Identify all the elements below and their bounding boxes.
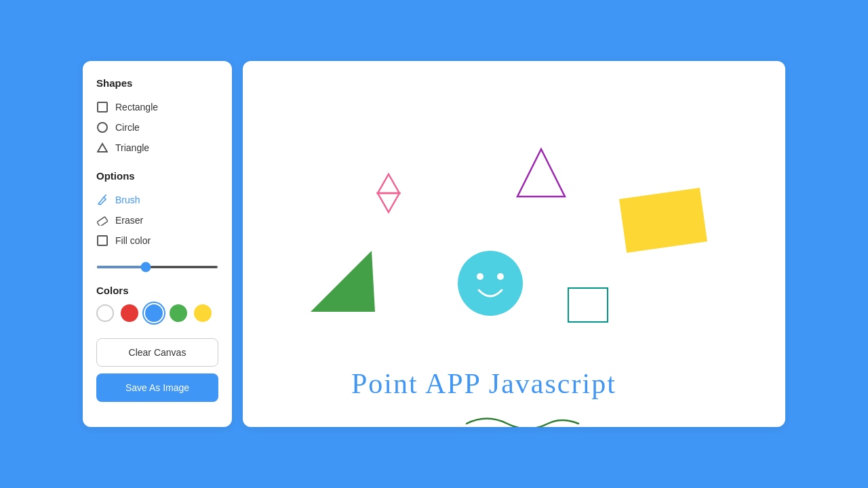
save-as-image-button[interactable]: Save As Image — [96, 373, 218, 402]
svg-marker-0 — [98, 144, 107, 152]
shape-rectangle[interactable]: Rectangle — [96, 97, 218, 117]
svg-point-9 — [458, 251, 523, 316]
option-brush[interactable]: Brush — [96, 190, 218, 210]
brush-size-slider[interactable] — [96, 266, 218, 268]
triangle-label: Triangle — [115, 142, 149, 153]
color-blue[interactable] — [145, 304, 163, 322]
clear-canvas-button[interactable]: Clear Canvas — [96, 338, 218, 367]
rectangle-icon — [96, 101, 108, 113]
svg-marker-4 — [378, 174, 399, 193]
svg-text:Point APP Javascript: Point APP Javascript — [351, 368, 616, 399]
colors-title: Colors — [96, 285, 218, 296]
triangle-icon — [96, 142, 108, 154]
options-section: Options Brush E — [96, 170, 218, 251]
shape-triangle[interactable]: Triangle — [96, 138, 218, 158]
brush-label: Brush — [115, 195, 140, 205]
svg-point-10 — [477, 273, 484, 280]
shape-circle[interactable]: Circle — [96, 117, 218, 138]
color-green[interactable] — [170, 304, 187, 322]
svg-rect-7 — [619, 188, 707, 253]
svg-marker-5 — [378, 193, 399, 212]
circle-icon — [96, 121, 108, 134]
fill-color-label: Fill color — [115, 235, 151, 246]
color-palette — [96, 304, 218, 322]
rectangle-label: Rectangle — [115, 102, 158, 113]
colors-section: Colors — [96, 285, 218, 322]
app-container: Shapes Rectangle Circle Triangle — [83, 61, 785, 427]
canvas-area[interactable]: Point APP Javascript — [243, 61, 785, 427]
color-white[interactable] — [96, 304, 114, 322]
fill-color-icon — [96, 235, 108, 247]
circle-label: Circle — [115, 122, 140, 133]
brush-size-slider-container — [96, 259, 218, 271]
brush-icon — [96, 194, 108, 206]
svg-point-11 — [497, 273, 504, 280]
eraser-icon — [96, 214, 108, 226]
shapes-title: Shapes — [96, 77, 218, 89]
svg-marker-8 — [311, 251, 375, 312]
color-red[interactable] — [121, 304, 138, 322]
sidebar: Shapes Rectangle Circle Triangle — [83, 61, 232, 427]
svg-rect-3 — [97, 217, 108, 226]
eraser-label: Eraser — [115, 215, 143, 226]
drawing-canvas[interactable]: Point APP Javascript — [243, 61, 785, 427]
svg-rect-12 — [568, 288, 608, 322]
option-eraser[interactable]: Eraser — [96, 210, 218, 230]
svg-point-2 — [105, 195, 106, 196]
options-title: Options — [96, 170, 218, 182]
color-yellow[interactable] — [194, 304, 212, 322]
svg-marker-6 — [517, 149, 565, 197]
option-fill-color[interactable]: Fill color — [96, 230, 218, 251]
